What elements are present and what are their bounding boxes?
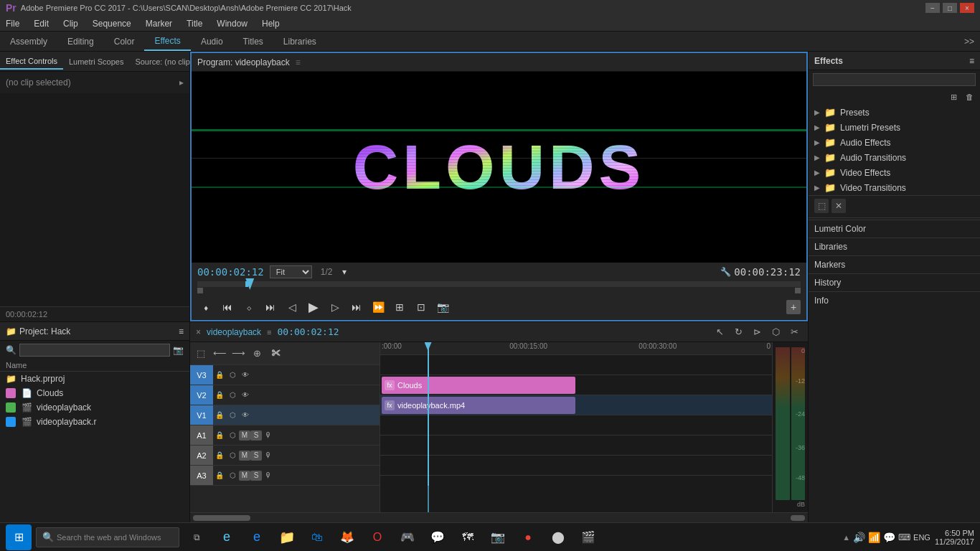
a3-sync[interactable]: ⬡ xyxy=(226,469,239,482)
v2-sync[interactable]: ⬡ xyxy=(226,389,239,402)
firefox-icon[interactable]: 🦊 xyxy=(334,524,360,550)
project-bin-icon[interactable]: 📷 xyxy=(173,345,184,355)
wrench-icon[interactable]: 🔧 xyxy=(720,267,731,277)
pm-fit-select[interactable]: Fit 25% 50% 75% 100% xyxy=(270,265,312,278)
chrome-icon[interactable]: ⬤ xyxy=(545,524,571,550)
tl-razor-btn[interactable]: ✀ xyxy=(268,346,283,362)
task-view-btn[interactable]: ⧉ xyxy=(184,524,209,550)
effects-delete-item-btn[interactable]: ✕ xyxy=(831,199,846,213)
history-section[interactable]: History xyxy=(809,273,980,291)
maximize-button[interactable]: □ xyxy=(943,3,957,13)
tl-tool-select[interactable]: ↖ xyxy=(712,324,727,340)
tl-tool-razor[interactable]: ✂ xyxy=(786,324,802,340)
effects-search-input[interactable] xyxy=(813,73,976,86)
a2-solo[interactable]: S xyxy=(250,451,262,461)
project-search-input[interactable] xyxy=(19,344,170,357)
a2-mic[interactable]: 🎙 xyxy=(262,449,275,462)
keyboard-icon[interactable]: ⌨ xyxy=(898,532,910,542)
clip-videoplayback[interactable]: fx videoplayback.mp4 xyxy=(382,397,575,414)
workspace-more[interactable]: >> xyxy=(958,37,980,47)
pm-menu-icon[interactable]: ≡ xyxy=(296,57,301,67)
pm-fit-selector[interactable]: Fit 25% 50% 75% 100% xyxy=(270,265,312,278)
pm-timecode-start[interactable]: 00:00:02:12 xyxy=(197,266,264,278)
menu-edit[interactable]: Edit xyxy=(31,17,52,30)
opera-icon[interactable]: O xyxy=(364,524,390,550)
v1-lock[interactable]: 🔒 xyxy=(213,409,226,422)
tl-add-remove-btn[interactable]: ⟵ xyxy=(212,346,227,362)
effects-menu-icon[interactable]: ≡ xyxy=(969,56,974,66)
ws-tab-editing[interactable]: Editing xyxy=(57,32,104,51)
tl-extract-btn[interactable]: ⟶ xyxy=(230,346,246,362)
a1-lock[interactable]: 🔒 xyxy=(213,429,226,442)
tree-lumetri-presets[interactable]: ▶ 📁 Lumetri Presets xyxy=(809,120,980,135)
lang-label[interactable]: ENG xyxy=(913,533,930,542)
tl-scroll-handle[interactable] xyxy=(193,515,250,521)
a2-lock[interactable]: 🔒 xyxy=(213,449,226,462)
action-center-icon[interactable]: 💬 xyxy=(883,532,895,543)
messenger-icon[interactable]: 💬 xyxy=(425,524,451,550)
project-menu[interactable]: ≡ xyxy=(179,326,184,336)
pm-btn-add[interactable]: + xyxy=(786,300,801,314)
tl-lift-btn[interactable]: ⊕ xyxy=(249,346,265,362)
pm-btn-go-to-end[interactable]: ⏭ xyxy=(348,298,365,316)
v1-vis[interactable]: 👁 xyxy=(239,409,252,422)
effects-new-bin-btn[interactable]: ⬚ xyxy=(814,199,829,213)
up-arrow-icon[interactable]: ▲ xyxy=(842,533,850,542)
maps-icon[interactable]: 🗺 xyxy=(455,524,481,550)
menu-window[interactable]: Window xyxy=(214,17,250,30)
tl-close-icon[interactable]: × xyxy=(196,327,201,337)
pm-btn-mark-in[interactable]: ⬧ xyxy=(197,298,215,316)
store-icon[interactable]: 🛍 xyxy=(304,524,330,550)
pm-btn-step-forward-frame[interactable]: ▷ xyxy=(326,298,344,316)
app10[interactable]: ● xyxy=(515,524,541,550)
ws-tab-effects[interactable]: Effects xyxy=(144,32,190,51)
ws-tab-titles[interactable]: Titles xyxy=(233,32,273,51)
tl-scrollbar[interactable] xyxy=(190,512,808,522)
menu-title[interactable]: Title xyxy=(184,17,205,30)
a2-sync[interactable]: ⬡ xyxy=(226,449,239,462)
effects-delete-btn[interactable]: 🗑 xyxy=(963,90,976,103)
ws-tab-color[interactable]: Color xyxy=(104,32,145,51)
a3-lock[interactable]: 🔒 xyxy=(213,469,226,482)
menu-help[interactable]: Help xyxy=(259,17,283,30)
tree-video-effects[interactable]: ▶ 📁 Video Effects xyxy=(809,165,980,180)
network-icon[interactable]: 📶 xyxy=(868,532,880,543)
pm-playhead-row[interactable] xyxy=(192,280,806,296)
ie-icon[interactable]: e xyxy=(244,524,270,550)
project-item-videoplayback2[interactable]: 🎬 videoplayback.r xyxy=(0,415,189,429)
menu-clip[interactable]: Clip xyxy=(60,17,81,30)
v3-sync[interactable]: ⬡ xyxy=(226,369,239,382)
expand-icon[interactable]: ▸ xyxy=(179,77,184,88)
effects-list-view-btn[interactable]: ⊞ xyxy=(947,90,960,103)
a1-mic[interactable]: 🎙 xyxy=(262,429,275,442)
edge-icon[interactable]: e xyxy=(214,524,240,550)
v2-vis[interactable]: 👁 xyxy=(239,389,252,402)
tree-audio-effects[interactable]: ▶ 📁 Audio Effects xyxy=(809,135,980,150)
pm-btn-step-back-frame[interactable]: ◁ xyxy=(283,298,301,316)
xbox-icon[interactable]: 🎮 xyxy=(395,524,420,550)
pm-btn-camera[interactable]: 📷 xyxy=(434,298,451,316)
ws-tab-libraries[interactable]: Libraries xyxy=(273,32,326,51)
pm-btn-go-to-in[interactable]: ⏮ xyxy=(219,298,236,316)
v1-sync[interactable]: ⬡ xyxy=(226,409,239,422)
a1-sync[interactable]: ⬡ xyxy=(226,429,239,442)
a2-mute[interactable]: M xyxy=(239,451,250,461)
tab-effect-controls[interactable]: Effect Controls xyxy=(0,54,63,70)
app9[interactable]: 📷 xyxy=(485,524,511,550)
system-clock[interactable]: 6:50 PM 11/29/2017 xyxy=(935,529,974,546)
pm-ratio-dropdown[interactable]: ▾ xyxy=(342,267,347,277)
menu-file[interactable]: File xyxy=(3,17,22,30)
ws-tab-audio[interactable]: Audio xyxy=(191,32,233,51)
a3-solo[interactable]: S xyxy=(250,471,262,481)
a3-mute[interactable]: M xyxy=(239,471,250,481)
tl-tool-slip[interactable]: ⬡ xyxy=(768,324,783,340)
explorer-icon[interactable]: 📁 xyxy=(274,524,300,550)
pm-btn-loop[interactable]: ⊞ xyxy=(391,298,408,316)
pm-btn-step-back[interactable]: ⬦ xyxy=(240,298,258,316)
v3-lock[interactable]: 🔒 xyxy=(213,369,226,382)
pm-btn-safe[interactable]: ⊡ xyxy=(413,298,430,316)
a3-mic[interactable]: 🎙 xyxy=(262,469,275,482)
tl-tool-track-select[interactable]: ⊳ xyxy=(749,324,765,340)
a1-mute[interactable]: M xyxy=(239,430,250,441)
libraries-section[interactable]: Libraries xyxy=(809,237,980,255)
